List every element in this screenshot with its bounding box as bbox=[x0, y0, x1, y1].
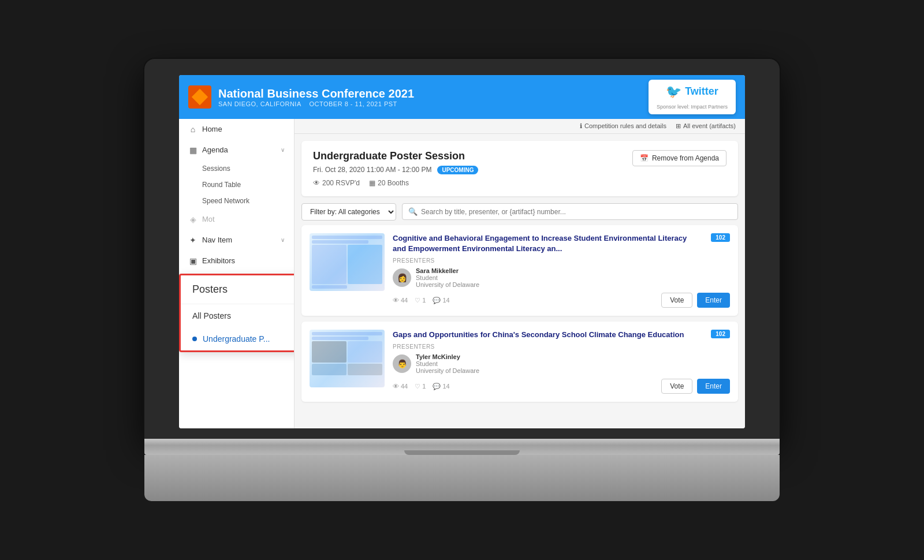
all-events-link[interactable]: ⊞ All event (artifacts) bbox=[676, 122, 736, 130]
thumb-block-2-1 bbox=[312, 341, 346, 363]
poster-item: 102 Cognitive and Behavioral Engagement … bbox=[301, 225, 738, 316]
presenters-label-1: Presenters bbox=[393, 257, 730, 264]
thumb-line-2 bbox=[312, 240, 368, 244]
comments-stat-1: 💬 14 bbox=[433, 297, 449, 304]
logo-diamond bbox=[192, 89, 208, 105]
thumb-inner-2 bbox=[310, 330, 385, 387]
posters-dropdown-toggle[interactable]: Posters ∨ bbox=[181, 275, 295, 304]
calendar-icon: 📅 bbox=[640, 154, 649, 162]
comment-icon-1: 💬 bbox=[433, 297, 441, 304]
thumb-row-2 bbox=[312, 341, 382, 363]
heart-icon-2: ♡ bbox=[415, 383, 420, 390]
presenter-row-1: 👩 Sara Mikkeller Student University of D… bbox=[393, 267, 730, 288]
speed-network-label: Speed Network bbox=[202, 197, 249, 205]
poster-thumbnail-2 bbox=[310, 330, 385, 387]
laptop-base bbox=[144, 439, 780, 455]
likes-stat-1: ♡ 1 bbox=[415, 297, 426, 304]
laptop-keyboard bbox=[144, 455, 780, 501]
sidebar-sub-sessions[interactable]: Sessions bbox=[179, 160, 294, 177]
session-title: Undergraduate Poster Session bbox=[313, 150, 478, 162]
sidebar-item-mot[interactable]: ◈ Mot bbox=[179, 209, 294, 230]
heart-icon-1: ♡ bbox=[415, 297, 420, 304]
avatar-2: 👨 bbox=[393, 354, 411, 373]
sidebar-item-nav[interactable]: ✦ Nav Item ∨ bbox=[179, 230, 294, 251]
twitter-sponsor-text: Sponsor level: Impact Partners bbox=[657, 104, 728, 110]
all-posters-item[interactable]: All Posters bbox=[181, 304, 295, 327]
presenter-role-2: Student bbox=[416, 360, 479, 367]
remove-from-agenda-button[interactable]: 📅 Remove from Agenda bbox=[632, 150, 726, 166]
app-header: National Business Conference 2021 SAN DI… bbox=[179, 75, 745, 119]
thumb-line-2-2 bbox=[312, 337, 368, 340]
sidebar: ⌂ Home ▦ Agenda ∨ Sessions Round Table bbox=[179, 119, 295, 429]
presenter-info-1: Sara Mikkeller Student University of Del… bbox=[416, 267, 479, 288]
grid-icon: ⊞ bbox=[676, 122, 681, 130]
thumb-block-2-4 bbox=[348, 364, 382, 375]
session-card: Undergraduate Poster Session Fri. Oct 28… bbox=[301, 141, 738, 196]
presenter-org-1: University of Delaware bbox=[416, 281, 479, 288]
sidebar-item-agenda[interactable]: ▦ Agenda ∨ bbox=[179, 140, 294, 160]
presenter-org-2: University of Delaware bbox=[416, 367, 479, 374]
twitter-button[interactable]: 🐦 Twitter Sponsor level: Impact Partners bbox=[649, 80, 736, 114]
all-posters-label: All Posters bbox=[192, 311, 231, 320]
main-content: ℹ Competition rules and details ⊞ All ev… bbox=[295, 119, 745, 429]
twitter-btn-top: 🐦 Twitter bbox=[666, 84, 718, 99]
search-input[interactable] bbox=[421, 208, 732, 216]
active-dot-indicator bbox=[192, 337, 197, 341]
search-bar: 🔍 bbox=[402, 203, 738, 220]
poster-title-2: Gaps and Opportunities for China's Secon… bbox=[393, 330, 730, 340]
poster-content-1: 102 Cognitive and Behavioral Engagement … bbox=[393, 233, 730, 308]
sidebar-sub-speed-network[interactable]: Speed Network bbox=[179, 193, 294, 209]
app-logo bbox=[188, 85, 211, 109]
posters-dropdown-title: Posters bbox=[192, 283, 228, 296]
home-label: Home bbox=[202, 125, 285, 133]
all-events-text: All event (artifacts) bbox=[683, 122, 736, 129]
thumb-inner bbox=[310, 233, 385, 291]
sidebar-item-home[interactable]: ⌂ Home bbox=[179, 119, 294, 140]
presenter-name-1: Sara Mikkeller bbox=[416, 267, 479, 274]
vote-button-2[interactable]: Vote bbox=[661, 379, 692, 394]
screen: National Business Conference 2021 SAN DI… bbox=[179, 75, 745, 429]
session-date: Fri. Oct 28, 2020 11:00 AM - 12:00 PM bbox=[313, 166, 431, 174]
sidebar-sub-round-table[interactable]: Round Table bbox=[179, 177, 294, 193]
header-title-block: National Business Conference 2021 SAN DI… bbox=[218, 87, 649, 107]
poster-footer-2: 👁 44 ♡ 1 💬 bbox=[393, 379, 730, 394]
enter-button-2[interactable]: Enter bbox=[697, 379, 730, 394]
presenter-info-2: Tyler McKinley Student University of Del… bbox=[416, 353, 479, 374]
undergraduate-posters-item[interactable]: Undergraduate P... bbox=[181, 327, 295, 350]
comment-icon-2: 💬 bbox=[433, 383, 441, 390]
comments-stat-2: 💬 14 bbox=[433, 383, 449, 390]
info-icon: ℹ bbox=[580, 122, 582, 130]
poster-stats-2: 👁 44 ♡ 1 💬 bbox=[393, 383, 450, 390]
vote-button-1[interactable]: Vote bbox=[661, 293, 692, 308]
poster-number-badge-2: 102 bbox=[711, 330, 730, 338]
enter-button-1[interactable]: Enter bbox=[697, 293, 730, 308]
likes-stat-2: ♡ 1 bbox=[415, 383, 426, 390]
avatar-1: 👩 bbox=[393, 268, 411, 287]
poster-footer-1: 👁 44 ♡ 1 💬 bbox=[393, 293, 730, 308]
poster-actions-2: Vote Enter bbox=[661, 379, 730, 394]
thumb-block-1 bbox=[312, 245, 346, 284]
category-filter-select[interactable]: Filter by: All categories bbox=[301, 203, 396, 221]
thumb-line-3 bbox=[312, 285, 347, 289]
session-info: Undergraduate Poster Session Fri. Oct 28… bbox=[313, 150, 478, 187]
agenda-label: Agenda bbox=[202, 145, 276, 154]
search-icon: 🔍 bbox=[408, 207, 418, 216]
posters-dropdown: Posters ∨ All Posters Undergraduate P... bbox=[179, 274, 295, 352]
poster-number-badge-1: 102 bbox=[711, 233, 730, 242]
sessions-label: Sessions bbox=[202, 165, 230, 173]
session-status-badge: UPCOMING bbox=[437, 166, 478, 174]
exhibitors-label: Exhibitors bbox=[202, 256, 285, 265]
mot-label: Mot bbox=[202, 215, 285, 223]
nav-chevron-icon: ∨ bbox=[281, 237, 285, 243]
nav-icon: ✦ bbox=[188, 236, 198, 245]
mot-icon: ◈ bbox=[188, 215, 198, 224]
eye-icon-2: 👁 bbox=[393, 383, 399, 390]
poster-content-2: 102 Gaps and Opportunities for China's S… bbox=[393, 330, 730, 394]
competition-rules-link[interactable]: ℹ Competition rules and details bbox=[580, 122, 666, 130]
content-topbar: ℹ Competition rules and details ⊞ All ev… bbox=[295, 119, 745, 134]
round-table-label: Round Table bbox=[202, 181, 241, 189]
thumb-block-2 bbox=[348, 245, 382, 284]
twitter-icon: 🐦 bbox=[666, 84, 681, 99]
thumb-block-2-3 bbox=[312, 364, 346, 375]
sidebar-item-exhibitors[interactable]: ▣ Exhibitors bbox=[179, 251, 294, 271]
